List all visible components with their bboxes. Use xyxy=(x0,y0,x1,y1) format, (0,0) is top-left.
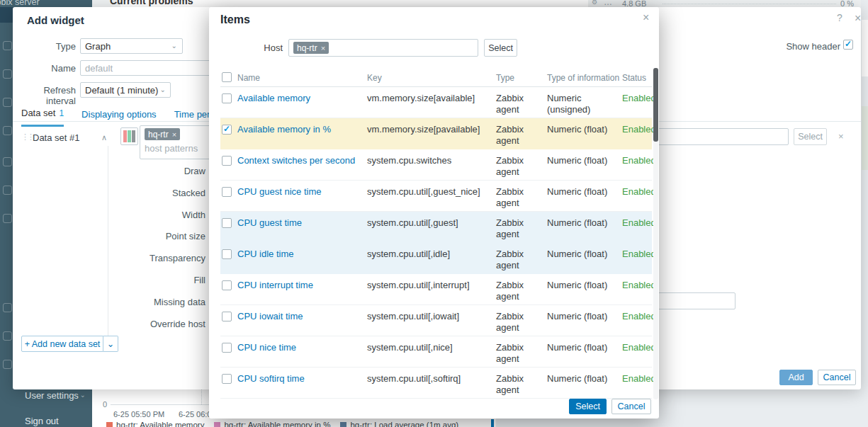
row-checkbox[interactable] xyxy=(222,218,232,228)
chevron-down-icon: ⌄ xyxy=(160,86,166,93)
close-icon[interactable]: × xyxy=(855,12,861,25)
sidebar-item-user-settings[interactable]: User settings ⌄ xyxy=(0,387,92,403)
sidebar-menu-icon[interactable] xyxy=(3,360,12,369)
sidebar-menu-icon[interactable] xyxy=(3,157,12,166)
table-row[interactable]: CPU nice timesystem.cpu.util[,nice]Zabbi… xyxy=(220,336,652,368)
sidebar-menu-icon[interactable] xyxy=(3,214,12,223)
legend-color-swatch xyxy=(106,422,113,427)
item-status: Enabled xyxy=(622,280,652,291)
scrollbar-thumb[interactable] xyxy=(653,68,658,142)
tab-data-set[interactable]: Data set1 xyxy=(21,103,64,127)
item-info-type: Numeric (float) xyxy=(547,249,622,260)
table-row[interactable]: CPU idle timesystem.cpu.util[,idle]Zabbi… xyxy=(220,243,652,274)
swatch-color-2 xyxy=(128,130,131,142)
column-header-type[interactable]: Type xyxy=(496,73,514,83)
item-name-link[interactable]: CPU idle time xyxy=(237,249,367,260)
cancel-button[interactable]: Cancel xyxy=(611,399,651,414)
close-icon[interactable]: × xyxy=(643,11,649,24)
item-key: vm.memory.size[available] xyxy=(367,93,496,104)
name-label: Name xyxy=(13,63,76,74)
item-select-button[interactable]: Select xyxy=(794,128,827,145)
table-row[interactable]: CPU guest nice timesystem.cpu.util[,gues… xyxy=(220,181,652,212)
collapse-icon[interactable]: ∧ xyxy=(101,133,107,142)
table-row[interactable]: CPU interrupt timesystem.cpu.util[,inter… xyxy=(220,274,652,305)
map-widget-edge xyxy=(862,106,868,170)
column-header-key[interactable]: Key xyxy=(367,73,382,83)
table-row[interactable]: Available memoryvm.memory.size[available… xyxy=(220,87,652,118)
host-chip-label: hq-rtr xyxy=(297,43,317,53)
add-button[interactable]: Add xyxy=(779,370,813,385)
more-icon[interactable]: … xyxy=(604,0,612,7)
row-checkbox[interactable] xyxy=(222,187,232,197)
sidebar-menu-icon[interactable] xyxy=(3,126,12,135)
sidebar-menu-icon[interactable] xyxy=(3,69,12,79)
option-label-missing-data: Missing data xyxy=(84,292,205,314)
add-data-set-dropdown[interactable]: ⌄ xyxy=(103,336,118,352)
host-input[interactable]: hq-rtr × xyxy=(288,39,478,57)
row-checkbox[interactable] xyxy=(222,156,232,166)
sidebar-menu-icon[interactable] xyxy=(3,41,12,50)
option-label-fill: Fill xyxy=(84,270,205,292)
add-new-data-set-button[interactable]: + Add new data set xyxy=(21,336,103,352)
item-type: Zabbix agent xyxy=(496,249,547,271)
sidebar-menu-icon[interactable] xyxy=(3,186,12,195)
remove-data-set-icon[interactable]: × xyxy=(838,131,844,142)
item-name-link[interactable]: CPU nice time xyxy=(237,342,367,353)
table-row[interactable]: Available memory in %vm.memory.size[pava… xyxy=(220,118,652,149)
table-row[interactable]: Context switches per secondsystem.cpu.sw… xyxy=(220,149,652,181)
sidebar-menu-icon[interactable] xyxy=(3,303,12,312)
sidebar-menu-icon[interactable] xyxy=(3,331,12,341)
legend-scrollbar[interactable] xyxy=(491,419,494,427)
host-select-button[interactable]: Select xyxy=(484,39,517,57)
item-name-link[interactable]: Available memory in % xyxy=(237,124,367,135)
item-type: Zabbix agent xyxy=(496,280,547,302)
refresh-interval-select[interactable]: Default (1 minute) ⌄ xyxy=(80,82,171,98)
column-header-name[interactable]: Name xyxy=(237,73,260,83)
row-checkbox[interactable] xyxy=(222,93,232,103)
row-checkbox[interactable] xyxy=(222,312,232,321)
row-checkbox[interactable] xyxy=(222,374,232,384)
tab-displaying-options[interactable]: Displaying options xyxy=(81,103,157,127)
color-swatch[interactable] xyxy=(120,127,138,145)
item-name-link[interactable]: CPU iowait time xyxy=(237,311,367,322)
sidebar-item-sign-out[interactable]: Sign out xyxy=(0,413,92,427)
show-header-checkbox[interactable] xyxy=(843,40,853,50)
chip-remove-icon[interactable]: × xyxy=(172,130,176,139)
item-name-link[interactable]: CPU guest time xyxy=(237,217,367,229)
item-key: system.cpu.util[,guest] xyxy=(367,217,496,229)
host-label: Host xyxy=(220,42,283,53)
table-row[interactable]: CPU softirq timesystem.cpu.util[,softirq… xyxy=(220,368,652,399)
item-info-type: Numeric (float) xyxy=(547,186,622,198)
type-select[interactable]: Graph ⌄ xyxy=(80,38,183,54)
item-key: system.cpu.util[,nice] xyxy=(367,342,496,353)
item-status: Enabled xyxy=(622,311,652,322)
sidebar-menu-icon[interactable] xyxy=(3,98,12,107)
row-checkbox[interactable] xyxy=(222,343,232,353)
column-header-status[interactable]: Status xyxy=(622,73,646,83)
cancel-button[interactable]: Cancel xyxy=(818,370,856,385)
item-info-type: Numeric (float) xyxy=(547,280,622,291)
option-label-draw: Draw xyxy=(84,161,205,183)
row-checkbox[interactable] xyxy=(222,249,232,259)
item-name-link[interactable]: Available memory xyxy=(237,93,367,104)
item-name-link[interactable]: CPU softirq time xyxy=(237,373,367,385)
name-placeholder: default xyxy=(85,63,113,74)
drag-handle-icon[interactable]: ⋮⋮ xyxy=(21,132,33,142)
table-row[interactable]: CPU iowait timesystem.cpu.util[,iowait]Z… xyxy=(220,305,652,336)
cpu-value: 0 % xyxy=(840,0,854,7)
gear-icon[interactable]: ⚙ xyxy=(592,0,597,6)
server-name: Zabbix server xyxy=(0,0,92,7)
item-name-link[interactable]: Context switches per second xyxy=(237,155,367,166)
chevron-down-icon: ⌄ xyxy=(171,42,177,50)
item-name-link[interactable]: CPU interrupt time xyxy=(237,280,367,291)
chip-remove-icon[interactable]: × xyxy=(321,44,325,52)
help-icon[interactable]: ? xyxy=(837,12,842,23)
select-button[interactable]: Select xyxy=(569,399,607,414)
select-all-checkbox[interactable] xyxy=(222,72,232,82)
column-header-info[interactable]: Type of information xyxy=(547,73,619,83)
table-row[interactable]: CPU guest timesystem.cpu.util[,guest]Zab… xyxy=(220,212,652,243)
item-name-link[interactable]: CPU guest nice time xyxy=(237,186,367,198)
row-checkbox[interactable] xyxy=(222,125,232,135)
row-checkbox[interactable] xyxy=(222,280,232,290)
item-key: system.cpu.switches xyxy=(367,155,496,166)
